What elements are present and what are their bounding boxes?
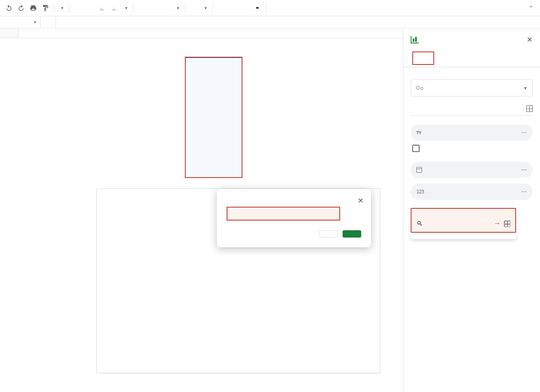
collapse-toolbar-button[interactable]: ⌃	[525, 2, 537, 14]
cancel-button[interactable]	[319, 230, 338, 238]
formula-bar: ▼	[0, 16, 540, 28]
number-format-dropdown[interactable]: ▼	[120, 2, 131, 14]
currency-button[interactable]	[72, 2, 83, 14]
increase-decimal-button[interactable]: →	[108, 2, 120, 14]
kebab-icon[interactable]: ⋮	[521, 167, 527, 173]
data-range-input[interactable]	[227, 207, 340, 221]
redo-button[interactable]	[15, 2, 27, 14]
font-size-dropdown[interactable]: ▼	[188, 2, 210, 14]
zoom-dropdown[interactable]: ▼	[56, 2, 66, 14]
grid-icon[interactable]	[526, 105, 533, 112]
id-chip[interactable]: Tᴛ ⋮	[411, 124, 533, 141]
bold-button[interactable]	[215, 2, 227, 14]
series-search-row[interactable]: 🔍︎ →	[411, 217, 515, 232]
undo-button[interactable]	[3, 2, 15, 14]
text-color-button[interactable]	[252, 2, 263, 14]
text-type-icon: Tᴛ	[416, 131, 421, 135]
chart-type-select[interactable]: ▼	[411, 79, 533, 96]
search-icon: 🔍︎	[416, 220, 423, 227]
xaxis-chip[interactable]: ⋮	[411, 162, 533, 178]
chart-editor-panel: ✕ ▼ Tᴛ ⋮	[403, 28, 540, 392]
font-family-dropdown[interactable]: ▼	[136, 2, 182, 14]
italic-button[interactable]	[227, 2, 239, 14]
grid-select-icon[interactable]	[504, 221, 510, 227]
toolbar: ▼ ← → ▼ ▼ ▼ ⌃	[0, 0, 540, 16]
more-options-button[interactable]	[268, 2, 280, 14]
column-headers	[0, 28, 403, 38]
aggregate-checkbox-row[interactable]	[411, 141, 533, 156]
close-icon[interactable]: ✕	[358, 196, 364, 205]
bubble-chart-icon	[416, 85, 423, 91]
editor-tabs	[403, 51, 540, 67]
decrease-decimal-button[interactable]: ←	[96, 2, 107, 14]
close-icon[interactable]: ✕	[527, 35, 533, 44]
calendar-icon	[416, 167, 422, 173]
select-all-corner[interactable]	[0, 28, 19, 38]
checkbox-icon[interactable]	[412, 145, 420, 152]
percent-button[interactable]	[84, 2, 95, 14]
strikethrough-button[interactable]	[240, 2, 251, 14]
kebab-icon[interactable]: ⋮	[521, 189, 527, 195]
print-button[interactable]	[28, 2, 39, 14]
ok-button[interactable]	[343, 230, 361, 238]
fx-label	[41, 16, 56, 28]
paint-format-button[interactable]	[40, 2, 51, 14]
kebab-icon[interactable]: ⋮	[521, 130, 527, 136]
yaxis-chip[interactable]: 123 ⋮	[411, 184, 533, 200]
add-series-label	[411, 209, 515, 217]
spreadsheet-area: ✕	[0, 28, 403, 392]
series-highlight-box: 🔍︎ →	[411, 208, 516, 233]
arrow-right-icon: →	[493, 219, 501, 228]
data-range-dialog: ✕	[217, 189, 371, 247]
number-type-icon: 123	[416, 189, 424, 195]
chart-editor-icon	[411, 36, 419, 43]
name-box[interactable]: ▼	[0, 16, 41, 28]
setup-highlight	[412, 51, 434, 65]
series-dropdown	[411, 234, 516, 239]
